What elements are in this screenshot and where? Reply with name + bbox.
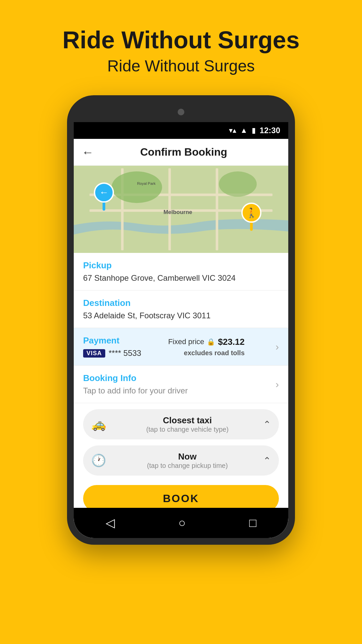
destination-address: 53 Adelaide St, Footscray VIC 3011 bbox=[83, 311, 279, 320]
payment-chevron-icon: › bbox=[276, 341, 279, 353]
booking-info-sub: Tap to add info for your driver bbox=[83, 386, 188, 395]
pickup-address: 67 Stanhope Grove, Camberwell VIC 3024 bbox=[83, 273, 279, 283]
status-bar: ▾▴ ▲ ▮ 12:30 bbox=[74, 122, 288, 139]
wifi-icon: ▾▴ bbox=[229, 126, 236, 135]
page-header: Ride Without Surges Ride Without Surges bbox=[62, 27, 299, 75]
vehicle-sub: (tap to change vehicle type) bbox=[112, 426, 263, 433]
time-chevron-icon: ⌃ bbox=[263, 455, 271, 466]
booking-info-label: Booking Info bbox=[83, 373, 188, 383]
time-selector-text: Now (tap to change pickup time) bbox=[112, 451, 263, 470]
svg-text:Royal Park: Royal Park bbox=[137, 181, 156, 185]
card-info: VISA **** 5533 bbox=[83, 348, 141, 358]
card-masked: **** 5533 bbox=[109, 348, 141, 358]
vehicle-selector[interactable]: 🚕 Closest taxi (tap to change vehicle ty… bbox=[83, 409, 279, 439]
map-pin-destination: 🚶 bbox=[241, 203, 261, 231]
excludes-text: excludes road tolls bbox=[168, 349, 245, 357]
fixed-price-line: Fixed price 🔒 $23.12 bbox=[168, 337, 245, 347]
payment-left: Payment VISA **** 5533 bbox=[83, 335, 141, 358]
signal-icon: ▲ bbox=[240, 126, 248, 135]
camera bbox=[178, 109, 184, 115]
time-sub: (tap to change pickup time) bbox=[112, 462, 263, 470]
payment-right: Fixed price 🔒 $23.12 excludes road tolls bbox=[168, 337, 245, 357]
payment-label: Payment bbox=[83, 335, 141, 346]
nav-recent-button[interactable]: □ bbox=[249, 516, 257, 530]
phone-frame: ▾▴ ▲ ▮ 12:30 ← Confirm Booking bbox=[67, 95, 295, 545]
booking-info-left: Booking Info Tap to add info for your dr… bbox=[83, 373, 188, 395]
price-amount: $23.12 bbox=[218, 337, 245, 347]
svg-point-6 bbox=[112, 171, 162, 203]
taxi-icon: 🚕 bbox=[91, 417, 106, 431]
fixed-price-label: Fixed price bbox=[168, 337, 204, 346]
battery-icon: ▮ bbox=[252, 126, 256, 135]
dest-pin-circle: 🚶 bbox=[241, 203, 261, 223]
time-main: Now bbox=[112, 451, 263, 462]
svg-point-7 bbox=[219, 171, 257, 197]
booking-info-row[interactable]: Booking Info Tap to add info for your dr… bbox=[74, 366, 288, 403]
bottom-nav: ◁ ○ □ bbox=[74, 508, 288, 538]
page-title: Ride Without Surges bbox=[62, 27, 299, 53]
nav-back-button[interactable]: ◁ bbox=[106, 516, 115, 530]
map-view: Melbourne Royal Park ← 🚶 bbox=[74, 166, 288, 253]
dest-pin-tail bbox=[250, 223, 253, 231]
time-selector[interactable]: 🕐 Now (tap to change pickup time) ⌃ bbox=[83, 445, 279, 476]
screen-title: Confirm Booking bbox=[101, 146, 267, 158]
phone-camera-area bbox=[74, 102, 288, 122]
book-button[interactable]: BOOK bbox=[83, 485, 279, 508]
phone-screen: ← Confirm Booking Melbourne bbox=[74, 139, 288, 538]
lock-icon: 🔒 bbox=[207, 338, 215, 346]
visa-badge: VISA bbox=[83, 349, 105, 358]
pickup-pin-circle: ← bbox=[94, 182, 114, 203]
app-topbar: ← Confirm Booking bbox=[74, 139, 288, 166]
svg-text:Melbourne: Melbourne bbox=[164, 209, 192, 215]
map-pin-pickup: ← bbox=[94, 182, 114, 211]
pickup-pin-tail bbox=[103, 203, 105, 211]
pickup-label: Pickup bbox=[83, 260, 279, 271]
back-button[interactable]: ← bbox=[82, 145, 94, 159]
pickup-row: Pickup 67 Stanhope Grove, Camberwell VIC… bbox=[74, 253, 288, 290]
page-subtitle: Ride Without Surges bbox=[62, 57, 299, 75]
clock-icon: 🕐 bbox=[91, 453, 106, 468]
vehicle-main: Closest taxi bbox=[112, 415, 263, 426]
booking-info-chevron-icon: › bbox=[276, 379, 279, 390]
vehicle-chevron-icon: ⌃ bbox=[263, 419, 271, 430]
destination-label: Destination bbox=[83, 298, 279, 308]
payment-row[interactable]: Payment VISA **** 5533 Fixed price 🔒 $23… bbox=[74, 328, 288, 366]
vehicle-selector-text: Closest taxi (tap to change vehicle type… bbox=[112, 415, 263, 433]
svg-rect-5 bbox=[216, 168, 219, 251]
info-list: Pickup 67 Stanhope Grove, Camberwell VIC… bbox=[74, 253, 288, 508]
status-time: 12:30 bbox=[260, 126, 280, 135]
destination-row: Destination 53 Adelaide St, Footscray VI… bbox=[74, 290, 288, 328]
nav-home-button[interactable]: ○ bbox=[178, 516, 186, 530]
